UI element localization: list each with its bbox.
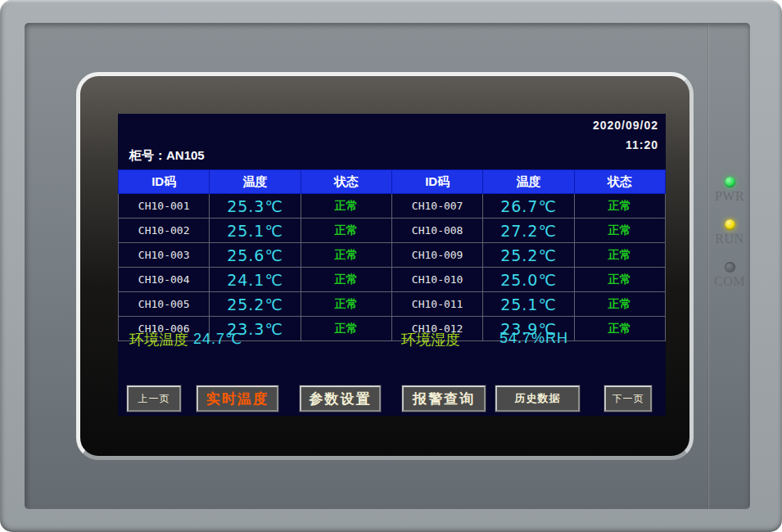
channel-temperature-table: ID码 温度 状态 ID码 温度 状态 CH10-001 25.3℃ 正常 CH…: [118, 169, 666, 341]
table-header-row: ID码 温度 状态 ID码 温度 状态: [119, 170, 666, 194]
power-indicator: PWR: [707, 177, 752, 204]
channel-id-cell: CH10-007: [391, 194, 482, 219]
temperature-cell: 27.2℃: [483, 219, 574, 243]
table-row: CH10-002 25.1℃ 正常 CH10-008 27.2℃ 正常: [119, 219, 666, 243]
channel-id-cell: CH10-003: [119, 243, 210, 268]
temperature-cell: 25.1℃: [483, 292, 574, 317]
next-page-button[interactable]: 下一页: [604, 385, 652, 412]
prev-page-button[interactable]: 上一页: [127, 385, 181, 412]
time-display: 11:20: [593, 138, 658, 151]
header-temp-left: 温度: [210, 170, 301, 194]
run-led-icon: [725, 219, 735, 230]
status-cell: 正常: [574, 194, 665, 219]
status-cell: 正常: [301, 292, 391, 317]
parameter-settings-button[interactable]: 参数设置: [300, 385, 381, 412]
channel-id-cell: CH10-009: [391, 243, 482, 268]
ambient-temperature-label: 环境温度: [129, 330, 188, 349]
table-row: CH10-001 25.3℃ 正常 CH10-007 26.7℃ 正常: [119, 194, 666, 219]
header-status-right: 状态: [574, 170, 665, 194]
com-led-icon: [725, 262, 735, 273]
header-id-left: ID码: [119, 170, 210, 194]
header-temp-right: 温度: [483, 170, 574, 194]
header-status-left: 状态: [301, 170, 391, 194]
com-led-label: COM: [707, 274, 752, 289]
power-led-icon: [725, 177, 735, 187]
temperature-cell: 26.7℃: [483, 194, 574, 219]
datetime-display: 2020/09/02 11:20: [593, 119, 658, 151]
status-cell: 正常: [574, 292, 665, 317]
temperature-cell: 25.2℃: [210, 292, 301, 317]
channel-id-cell: CH10-010: [391, 268, 482, 292]
hmi-device-frame: PWR RUN COM 2020/09/02 11:20 柜号：AN105 ID…: [0, 0, 782, 532]
channel-id-cell: CH10-008: [391, 219, 482, 243]
status-cell: 正常: [574, 268, 665, 292]
channel-id-cell: CH10-011: [391, 292, 482, 317]
table-row: CH10-003 25.6℃ 正常 CH10-009 25.2℃ 正常: [119, 243, 666, 268]
run-indicator: RUN: [707, 219, 752, 246]
table-row: CH10-004 24.1℃ 正常 CH10-010 25.0℃ 正常: [119, 268, 666, 292]
environment-readings: 环境温度 24.7℃ 环境湿度 54.7%RH: [118, 330, 666, 351]
status-cell: 正常: [301, 243, 391, 268]
channel-id-cell: CH10-001: [119, 194, 210, 219]
ambient-temperature-value: 24.7℃: [193, 330, 242, 348]
header-id-right: ID码: [391, 170, 482, 194]
status-cell: 正常: [301, 268, 391, 292]
temperature-cell: 25.3℃: [210, 194, 301, 219]
power-led-label: PWR: [707, 189, 752, 204]
status-cell: 正常: [301, 194, 391, 219]
temperature-cell: 25.0℃: [483, 268, 574, 292]
status-cell: 正常: [574, 219, 665, 243]
run-led-label: RUN: [707, 232, 752, 246]
channel-id-cell: CH10-004: [119, 268, 210, 292]
alarm-query-button[interactable]: 报警查询: [402, 385, 486, 412]
temperature-cell: 25.1℃: [210, 219, 301, 243]
touch-screen: 2020/09/02 11:20 柜号：AN105 ID码 温度 状态 ID码 …: [118, 114, 666, 416]
channel-id-cell: CH10-005: [119, 292, 210, 317]
temperature-cell: 24.1℃: [210, 268, 301, 292]
status-cell: 正常: [574, 243, 665, 268]
temperature-cell: 25.2℃: [483, 243, 574, 268]
com-indicator: COM: [707, 262, 752, 289]
date-display: 2020/09/02: [593, 119, 658, 132]
ambient-humidity-label: 环境湿度: [401, 330, 460, 349]
ambient-humidity-value: 54.7%RH: [499, 330, 568, 347]
channel-id-cell: CH10-002: [119, 219, 210, 243]
status-cell: 正常: [301, 219, 391, 243]
realtime-temperature-button[interactable]: 实时温度: [197, 385, 278, 412]
history-data-button[interactable]: 历史数据: [495, 385, 580, 412]
table-row: CH10-005 25.2℃ 正常 CH10-011 25.1℃ 正常: [119, 292, 666, 317]
temperature-cell: 25.6℃: [210, 243, 301, 268]
screen-panel: 2020/09/02 11:20 柜号：AN105 ID码 温度 状态 ID码 …: [76, 72, 694, 460]
cabinet-number-label: 柜号：AN105: [129, 148, 205, 164]
